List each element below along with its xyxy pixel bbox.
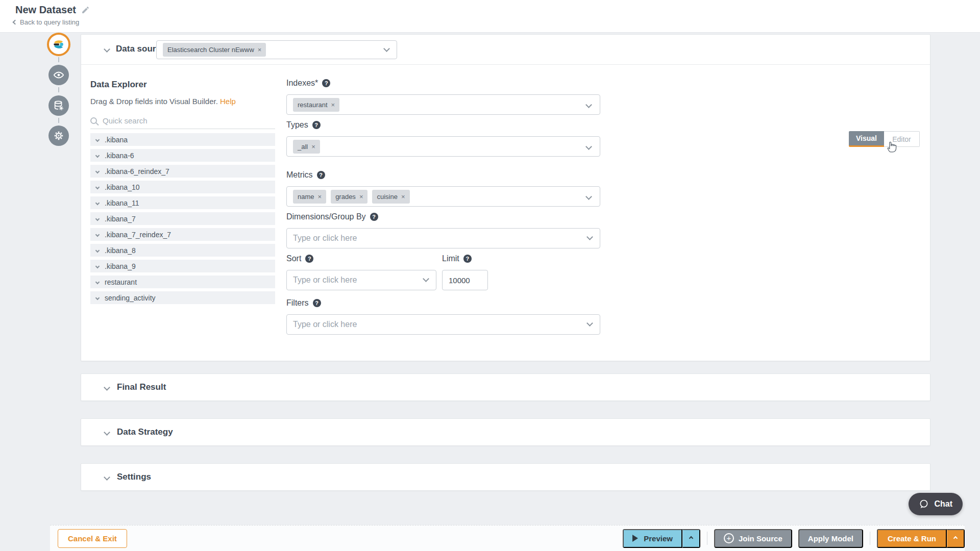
types-select[interactable]: _all [286, 136, 600, 157]
section-header[interactable]: Settings [81, 463, 930, 491]
field-list-item[interactable]: .kibana [90, 133, 275, 146]
divider [707, 532, 707, 545]
field-list-item[interactable]: .kibana_10 [90, 181, 275, 193]
chevron-down-icon[interactable] [95, 232, 100, 236]
tag-label: cuisine [377, 193, 397, 201]
help-question-icon[interactable] [317, 171, 325, 179]
field-list-item[interactable]: .kibana_8 [90, 244, 275, 257]
chevron-down-icon[interactable] [95, 295, 100, 299]
chevron-down-icon[interactable] [423, 276, 429, 282]
metrics-label: Metrics [286, 170, 313, 180]
remove-tag-icon[interactable] [258, 46, 262, 53]
preview-options-button[interactable] [682, 529, 700, 548]
edit-icon[interactable] [81, 6, 90, 14]
step-datasource-elasticsearch-icon[interactable] [47, 33, 70, 56]
limit-input[interactable] [442, 270, 488, 290]
field-list: .kibana .kibana-6 .kibana-6_reindex_7 .k… [90, 133, 275, 307]
chevron-down-icon[interactable] [104, 429, 110, 436]
chevron-down-icon[interactable] [95, 264, 100, 268]
indexes-label: Indexes* [286, 79, 318, 88]
create-run-button[interactable]: Create & Run [877, 529, 947, 548]
tag-chip: cuisine [372, 190, 409, 204]
remove-tag-icon[interactable] [331, 102, 335, 108]
chevron-down-icon[interactable] [95, 169, 100, 173]
field-list-item[interactable]: restaurant [90, 276, 275, 288]
chevron-down-icon[interactable] [586, 234, 593, 240]
filters-placeholder: Type or click here [293, 320, 357, 329]
field-name: .kibana_11 [105, 199, 139, 207]
field-list-item[interactable]: sending_activity [90, 291, 275, 304]
sort-select[interactable]: Type or click here [286, 270, 436, 290]
chevron-down-icon[interactable] [383, 45, 390, 52]
remove-tag-icon[interactable] [318, 193, 322, 200]
step-data-strategy-database-icon[interactable] [48, 95, 69, 116]
quick-search-input[interactable] [103, 116, 256, 125]
datasource-select[interactable]: Elasticsearch Cluster nEwww [156, 40, 397, 59]
back-link-label: Back to query listing [20, 18, 79, 26]
quick-search [90, 112, 275, 129]
section-title: Data Strategy [117, 427, 173, 437]
play-icon [632, 535, 638, 542]
stepper-connector [58, 118, 59, 123]
metrics-select[interactable]: name grades cuisine [286, 186, 600, 207]
visual-tab[interactable]: Visual [849, 131, 884, 147]
chevron-down-icon[interactable] [104, 474, 110, 481]
section-header[interactable]: Data Strategy [81, 418, 930, 446]
field-list-item[interactable]: .kibana_11 [90, 196, 275, 209]
limit-label-row: Limit [442, 254, 472, 263]
create-run-options-button[interactable] [947, 529, 965, 548]
chevron-down-icon[interactable] [586, 320, 593, 327]
field-list-item[interactable]: .kibana_7 [90, 212, 275, 225]
stepper-connector [58, 57, 59, 62]
field-name: restaurant [105, 278, 137, 286]
chevron-down-icon[interactable] [95, 185, 100, 189]
field-list-item[interactable]: .kibana_9 [90, 260, 275, 272]
cancel-exit-button[interactable]: Cancel & Exit [58, 529, 127, 548]
field-name: .kibana-6_reindex_7 [105, 167, 169, 176]
chevron-down-icon[interactable] [95, 137, 100, 141]
chat-button[interactable]: Chat [909, 493, 963, 515]
chevron-down-icon[interactable] [95, 201, 100, 205]
step-preview-eye-icon[interactable] [48, 65, 69, 85]
apply-model-button[interactable]: Apply Model [798, 529, 863, 548]
help-question-icon[interactable] [370, 213, 378, 221]
datasource-tag-label: Elasticsearch Cluster nEwww [167, 46, 254, 54]
tag-label: _all [298, 143, 308, 151]
dimensions-select[interactable]: Type or click here [286, 228, 600, 248]
filters-select[interactable]: Type or click here [286, 314, 600, 335]
back-to-query-listing-link[interactable]: Back to query listing [13, 18, 79, 26]
footer-bar: Cancel & Exit Preview Join Source Apply … [50, 525, 965, 551]
help-question-icon[interactable] [312, 121, 321, 129]
remove-tag-icon[interactable] [311, 143, 315, 150]
chevron-down-icon[interactable] [95, 280, 100, 284]
remove-tag-icon[interactable] [359, 193, 363, 200]
chevron-down-icon[interactable] [104, 384, 110, 391]
data-explorer-hint: Drag & Drop fields into Visual Builder. … [90, 97, 236, 106]
tag-chip: name [293, 190, 326, 204]
field-list-item[interactable]: .kibana-6 [90, 149, 275, 162]
chevron-down-icon[interactable] [95, 248, 100, 252]
chevron-down-icon[interactable] [104, 46, 110, 53]
field-name: .kibana-6 [105, 152, 134, 160]
step-settings-gear-icon[interactable] [48, 126, 69, 146]
filters-label-row: Filters [286, 298, 321, 308]
section-title: Settings [117, 472, 151, 482]
field-list-item[interactable]: .kibana-6_reindex_7 [90, 165, 275, 178]
help-question-icon[interactable] [322, 79, 330, 87]
indexes-select[interactable]: restaurant [286, 94, 600, 115]
remove-tag-icon[interactable] [401, 193, 405, 200]
preview-button[interactable]: Preview [623, 529, 682, 548]
stepper-connector [58, 87, 59, 92]
help-question-icon[interactable] [463, 255, 472, 263]
chevron-down-icon[interactable] [95, 153, 100, 157]
help-link[interactable]: Help [220, 97, 236, 106]
help-question-icon[interactable] [305, 255, 313, 263]
data-explorer-title: Data Explorer [90, 80, 147, 90]
chevron-down-icon[interactable] [95, 216, 100, 220]
metrics-label-row: Metrics [286, 170, 325, 180]
field-list-item[interactable]: .kibana_7_reindex_7 [90, 228, 275, 241]
join-source-button[interactable]: Join Source [714, 529, 792, 548]
section-header[interactable]: Final Result [81, 373, 930, 401]
help-question-icon[interactable] [313, 299, 321, 307]
hint-text: Drag & Drop fields into Visual Builder. [90, 97, 218, 106]
